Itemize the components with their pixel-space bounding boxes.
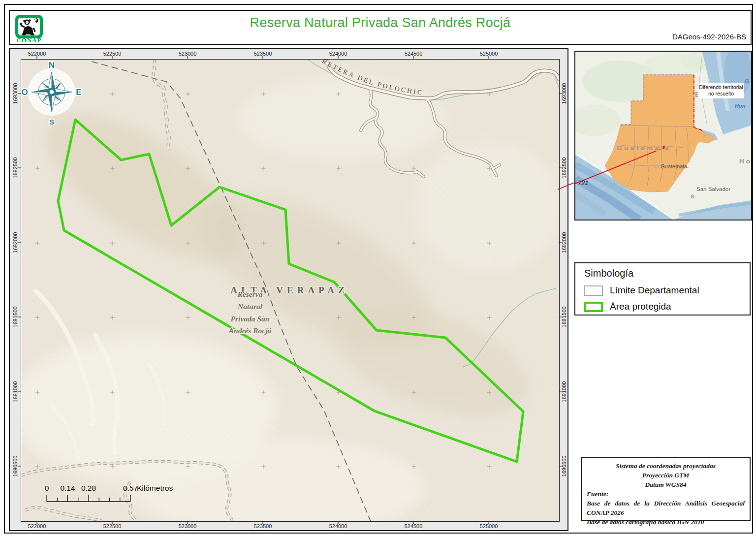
northing-label: 1691500 <box>12 307 18 328</box>
easting-label: 525000 <box>480 51 498 57</box>
scale-tick-label: 0.28 <box>81 484 96 493</box>
svg-text:Privada San: Privada San <box>231 315 270 323</box>
easting-label: 522500 <box>103 523 122 529</box>
fuente-label: Fuente: <box>587 489 745 499</box>
page-title: Reserva Natural Privada San Andrés Rocjá <box>250 15 511 31</box>
country-label: Guatemala <box>617 144 671 152</box>
northing-label: 1690500 <box>12 456 18 477</box>
doc-code: DAGeos-492-2026-BS <box>672 32 746 41</box>
scale-tick-label: 0 <box>45 484 49 493</box>
northing-label: 1691000 <box>12 381 18 403</box>
northing-label: 1691500 <box>561 307 567 328</box>
easting-label: 523500 <box>254 51 272 57</box>
info-box: Sistema de coordenadas proyectadas Proye… <box>581 457 751 521</box>
compass-n-label: N <box>49 61 55 70</box>
legend: Simbología Límite Departamental Área pro… <box>574 262 751 315</box>
compass-w-label: O <box>21 88 28 97</box>
coordinate-system-line: Sistema de coordenadas proyectadas <box>587 461 745 471</box>
northing-label: 1692000 <box>561 232 567 253</box>
scale-unit-label: Kilómetros <box>137 484 173 493</box>
svg-text:Andrés Rocjá: Andrés Rocjá <box>228 326 272 335</box>
northing-label: 1693000 <box>12 83 18 104</box>
easting-label: 523000 <box>179 523 197 529</box>
source-line-2: Base de datos cartografía básica IGN 201… <box>587 517 745 527</box>
legend-item-departmental: Límite Departamental <box>584 284 699 296</box>
scale-tick-label: 0.14 <box>60 484 75 493</box>
scale-tick-label: 0.57 <box>123 484 138 493</box>
inset-canvas: B Guatemala Guatemala San Salvador Ho G … <box>575 52 751 220</box>
scale-bar: 0 0.14 0.28 0.57 Kilómetros <box>43 484 191 506</box>
map-canvas: RETERA DEL POLOCHIC ALTA VERAPAZ Reserva… <box>21 59 560 522</box>
territorial-note: Diferendo territorial no resuelto <box>698 83 744 98</box>
easting-label: 524500 <box>405 51 423 57</box>
header: CONAP Reserva Natural Privada San Andrés… <box>9 10 752 45</box>
san-salvador-label: San Salvador <box>696 186 730 192</box>
easting-label: 523000 <box>179 51 197 57</box>
leader-line <box>550 178 578 194</box>
legend-title: Simbología <box>584 268 633 279</box>
projection-line: Proyección GTM <box>587 471 745 480</box>
northing-label: 1693000 <box>561 83 567 104</box>
conap-label: CONAP <box>14 36 44 44</box>
easting-label: 524000 <box>329 51 347 57</box>
san-salvador-dot <box>691 195 694 198</box>
compass-e-label: E <box>76 88 81 97</box>
easting-label: 522000 <box>28 523 46 529</box>
map-document: CONAP Reserva Natural Privada San Andrés… <box>0 0 756 536</box>
northing-label: 1692000 <box>12 232 18 253</box>
datum-line: Datum WGS84 <box>587 480 745 489</box>
compass-s-label: S <box>49 118 54 126</box>
honduras-label: Ho <box>739 158 751 165</box>
sea-label-fragment: G <box>745 78 749 84</box>
map-frame: 522000 522500 523000 523500 524000 52450… <box>9 48 568 531</box>
northing-label: 1691000 <box>561 381 567 403</box>
easting-label: 524500 <box>405 523 423 529</box>
easting-label: 522000 <box>28 51 46 57</box>
easting-label: 522500 <box>103 51 122 57</box>
source-line-1: Base de datos de la Dirección Análisis G… <box>587 499 745 517</box>
legend-item-label: Límite Departamental <box>610 285 699 296</box>
protected-area-swatch-icon <box>584 302 603 312</box>
northing-label: 1690500 <box>561 456 567 477</box>
northing-label: 1692500 <box>561 158 567 179</box>
legend-item-label: Área protegida <box>610 301 671 312</box>
scale-bar-ruler <box>43 495 181 503</box>
easting-label: 524000 <box>329 523 347 529</box>
northing-label: 1692500 <box>12 158 18 179</box>
road-number-label: 721 <box>578 179 589 187</box>
guatemala-city-dot <box>655 165 659 168</box>
easting-label: 523500 <box>254 523 272 529</box>
easting-label: 525000 <box>480 523 498 529</box>
svg-text:Reserva: Reserva <box>237 290 263 298</box>
svg-text:Natural: Natural <box>237 302 263 311</box>
guatemala-city-label: Guatemala <box>661 163 688 169</box>
departmental-swatch-icon <box>584 285 603 296</box>
sea-label-fragment: Hon <box>735 103 746 109</box>
inset-map: B Guatemala Guatemala San Salvador Ho G … <box>574 51 752 221</box>
legend-item-protected-area: Área protegida <box>584 301 671 313</box>
